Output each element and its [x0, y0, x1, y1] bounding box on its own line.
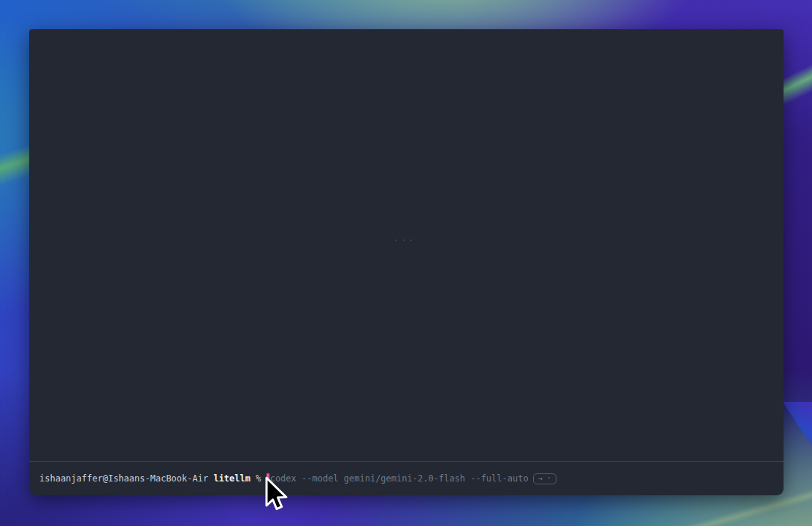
terminal-window[interactable]: ··· ishaanjaffer@Ishaans-MacBook-Air lit… — [29, 29, 784, 495]
terminal-loading-indicator: ··· — [393, 235, 415, 246]
terminal-prompt-row[interactable]: ishaanjaffer@Ishaans-MacBook-Air litellm… — [29, 462, 784, 495]
prompt-directory: litellm — [213, 473, 250, 484]
suggestion-accept-hint-badge: → · — [533, 473, 556, 484]
terminal-text-cursor — [267, 473, 269, 484]
command-suggestion-text: codex --model gemini/gemini-2.0-flash --… — [270, 473, 529, 484]
prompt-symbol: % — [256, 473, 261, 484]
prompt-user-host: ishaanjaffer@Ishaans-MacBook-Air — [39, 473, 208, 484]
